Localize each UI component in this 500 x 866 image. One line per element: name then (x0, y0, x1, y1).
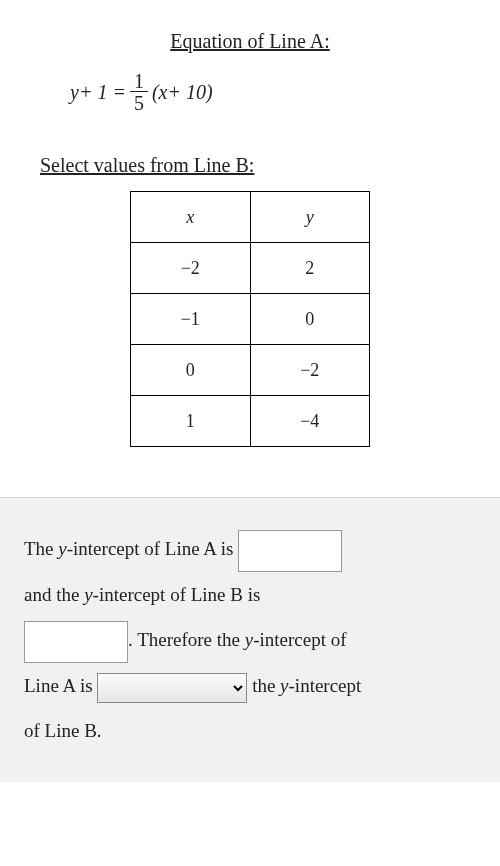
answer-text: -intercept of Line B is (93, 584, 261, 605)
answer-var: y (84, 584, 92, 605)
y-intercept-b-input[interactable] (24, 621, 128, 663)
fraction-denominator: 5 (130, 92, 148, 114)
table-row: 0 −2 (131, 345, 370, 396)
table-cell-x: −2 (131, 243, 251, 294)
comparison-dropdown[interactable] (97, 673, 247, 703)
answer-line-1: The y-intercept of Line A is (24, 526, 480, 572)
answer-var: y (245, 629, 253, 650)
table-header-y: y (250, 192, 370, 243)
table-cell-y: −2 (250, 345, 370, 396)
answer-text: -intercept (289, 675, 362, 696)
table-cell-y: 0 (250, 294, 370, 345)
answer-text: and the (24, 584, 84, 605)
answer-text: the (247, 675, 280, 696)
table-header-row: x y (131, 192, 370, 243)
answer-text: -intercept of (253, 629, 346, 650)
table-row: −2 2 (131, 243, 370, 294)
table-cell-x: −1 (131, 294, 251, 345)
answer-var: y (58, 538, 66, 559)
answer-line-5: of Line B. (24, 708, 480, 754)
equation-rhs-rest: + 10) (167, 81, 212, 104)
answer-line-2: and the y-intercept of Line B is (24, 572, 480, 618)
problem-area: Equation of Line A: y + 1 = 1 5 ( x + 10… (0, 0, 500, 497)
equation-fraction: 1 5 (130, 71, 148, 114)
table-cell-y: 2 (250, 243, 370, 294)
table-cell-x: 1 (131, 396, 251, 447)
equation-lhs-var: y (70, 81, 79, 104)
answer-box: The y-intercept of Line A is and the y-i… (0, 497, 500, 782)
answer-var: y (280, 675, 288, 696)
equation-paren-open: ( (152, 81, 159, 104)
heading-line-a: Equation of Line A: (40, 30, 460, 53)
table-cell-y: −4 (250, 396, 370, 447)
table-row: 1 −4 (131, 396, 370, 447)
heading-line-b: Select values from Line B: (40, 154, 460, 177)
table-cell-x: 0 (131, 345, 251, 396)
fraction-numerator: 1 (130, 71, 148, 92)
y-intercept-a-input[interactable] (238, 530, 342, 572)
equation-lhs-rest: + 1 = (79, 81, 126, 104)
answer-text: The (24, 538, 58, 559)
answer-line-4: Line A is the y-intercept (24, 663, 480, 709)
answer-line-3: . Therefore the y-intercept of (24, 617, 480, 663)
values-table: x y −2 2 −1 0 0 −2 1 −4 (130, 191, 370, 447)
table-row: −1 0 (131, 294, 370, 345)
answer-text: . Therefore the (128, 629, 245, 650)
equation-line-a: y + 1 = 1 5 ( x + 10) (40, 71, 460, 114)
answer-text: of Line B. (24, 720, 102, 741)
equation-rhs-var: x (159, 81, 168, 104)
answer-text: -intercept of Line A is (67, 538, 238, 559)
answer-text: Line A is (24, 675, 97, 696)
table-header-x: x (131, 192, 251, 243)
